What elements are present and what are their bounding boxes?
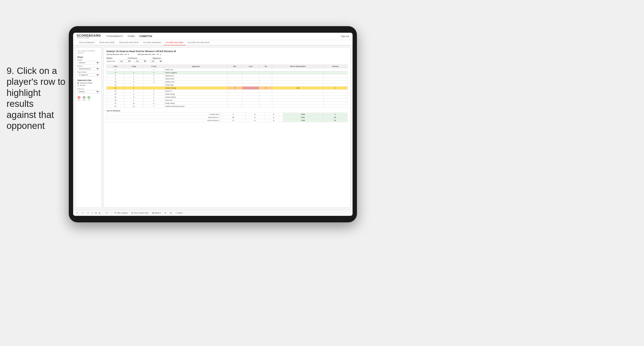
nav-bar: SCOREBOARD Powered by clippd TOURNAMENTS… [73, 33, 352, 40]
subnav-team-h2h-grid[interactable]: TEAM H2H GRID [97, 40, 117, 45]
table-row[interactable]: 914Sharon Mun [107, 77, 348, 80]
main-panel: Katelyn Vo Head-to-Head Grid for Women's… [104, 47, 350, 207]
toolbar-share[interactable]: ↗ Share [174, 211, 184, 214]
cell-8 [323, 77, 347, 80]
cell-0: 9 [107, 77, 124, 80]
subnav-team-summary[interactable]: TEAM SUMMARY [77, 40, 97, 45]
cell-0: 14 [107, 90, 124, 93]
subnav-player-summary[interactable]: PLAYER SUMMARY [141, 40, 164, 45]
sidebar-gender-label: Gender [77, 59, 100, 61]
cell-8 [323, 83, 347, 87]
radio-dot-top100 [77, 85, 79, 86]
toolbar-copy: ⊡ [95, 212, 97, 214]
table-row[interactable]: 1585Stella Chang [107, 93, 348, 96]
table-row[interactable]: 19106Emily Chang [107, 102, 348, 105]
region-filter[interactable]: (All) [118, 59, 131, 63]
toolbar-undo[interactable]: ↩ [75, 211, 79, 214]
toolbar-divider1 [102, 211, 103, 214]
out-cell-2: 0 [264, 113, 283, 116]
cell-7 [272, 83, 324, 87]
sidebar-division-label: Division [77, 65, 100, 67]
cell-5 [242, 68, 259, 71]
cell-5 [242, 83, 259, 87]
cell-5 [242, 80, 259, 83]
filters-row: Opponents: (All) (All) (All) [106, 59, 348, 63]
radio-top100[interactable]: Top 100 [77, 85, 100, 86]
cell-0: 13 [107, 83, 124, 87]
table-row[interactable]: 613Sydney Kuo [107, 74, 348, 77]
records-row: Overall Record: 353 - 34 - 6 Division Re… [106, 53, 348, 55]
nav-right: | Sign out [339, 35, 349, 37]
conference-filter[interactable]: (All) [134, 59, 147, 63]
table-row[interactable]: 522Alexis Sudjianto [107, 71, 348, 74]
filters-sections-row: Region Conference Opponent [106, 57, 348, 59]
table-row[interactable]: 1691Jessica Mason [107, 96, 348, 99]
table-row[interactable]: 131Jessica Huang010-3.002 [107, 87, 348, 90]
save-icon: ⊞ [132, 212, 133, 214]
table-row[interactable]: 131Heejo Hyun [107, 83, 348, 87]
cell-0: 20 [107, 105, 124, 108]
opponent-filter[interactable]: (All) [150, 59, 163, 63]
nav-committee[interactable]: COMMITTEE [139, 34, 152, 38]
cell-4 [227, 68, 242, 71]
toolbar-refresh[interactable]: ↻ [105, 211, 109, 214]
cell-0: 16 [107, 96, 124, 99]
cell-6 [259, 83, 272, 87]
toolbar-watch[interactable]: ◉ Watch ▾ [151, 211, 162, 214]
table-row[interactable]: 31Esther Lee [107, 68, 348, 71]
cell-6 [259, 68, 272, 71]
cell-2: 4 [143, 77, 164, 80]
out-cell-0: 5 [221, 119, 245, 122]
cell-0: 10 [107, 80, 124, 83]
cell-1: 1 [124, 74, 144, 77]
cell-5: 1 [242, 87, 259, 90]
subnav-team-h2h-heatmap[interactable]: TEAM H2H HEATMAP [117, 40, 141, 45]
nav-teams[interactable]: TEAMS [127, 34, 135, 38]
subnav-player-h2h-grid[interactable]: PLAYER H2H GRID [164, 40, 186, 45]
cell-6 [259, 80, 272, 83]
logo-sub: Powered by clippd [77, 37, 101, 39]
cell-3: Alexis Sudjianto [164, 71, 228, 74]
cell-6 [259, 93, 272, 96]
sidebar: Last Updated: 27/03/2024 16:55:28 Player… [75, 47, 102, 207]
toolbar-save-custom[interactable]: ⊞ Save Custom View [130, 211, 149, 214]
toolbar-layout[interactable]: ⊟ [164, 211, 167, 214]
cell-6 [259, 90, 272, 93]
sidebar-colour-select[interactable]: Win/loss [77, 90, 100, 93]
subnav-player-h2h-heatmap[interactable]: PLAYER H2H HEATMAP [186, 40, 212, 45]
out-cell-0: 15 [221, 116, 245, 119]
logo-text: SCOREBOARD [77, 34, 101, 37]
cell-2: 1 [143, 68, 164, 71]
region-section-label: Region [106, 57, 112, 59]
cell-7 [272, 80, 324, 83]
cell-1 [124, 68, 144, 71]
nav-tournaments[interactable]: TOURNAMENTS [106, 34, 123, 38]
table-row[interactable]: 1063Andrea York [107, 80, 348, 83]
table-row[interactable]: 1822Euna Lee [107, 99, 348, 102]
sidebar-gender-select[interactable]: Women's [77, 61, 100, 64]
sidebar-player-rank-label: Player (Rank) [77, 71, 100, 73]
table-row[interactable]: 20117Federica Domecq Lacroze [107, 105, 348, 108]
cell-2: 3 [143, 80, 164, 83]
color-level: Level [82, 96, 85, 101]
cell-1: 9 [124, 96, 144, 99]
color-dot-down [78, 96, 80, 99]
toolbar-redo[interactable]: ↪ [86, 211, 90, 214]
radio-opponents-played[interactable]: Opponents Played [77, 82, 100, 84]
out-cell-3: 4.500 [283, 113, 323, 116]
sidebar-division-select[interactable]: NCAA Division III [77, 67, 100, 70]
out-of-div-row: Foreign Team1004.5002 [107, 113, 348, 116]
toolbar-redo-back[interactable]: ↩ [81, 211, 84, 214]
cell-6 [259, 99, 272, 102]
table-row[interactable]: 1474Eunice Yi [107, 90, 348, 93]
out-cell-2: 0 [264, 119, 283, 122]
cell-1: 6 [124, 80, 144, 83]
toolbar-grid-view[interactable]: ⊞ [169, 211, 173, 214]
col-header-div: # Div [107, 65, 124, 68]
cell-1: 2 [124, 99, 144, 102]
toolbar-view-original[interactable]: 👁 View: Original [113, 211, 128, 214]
sign-out-link[interactable]: Sign out [341, 35, 349, 37]
cell-4: 0 [227, 87, 242, 90]
cell-8 [323, 99, 347, 102]
sidebar-player-select[interactable]: 8. Katelyn Vo [77, 73, 100, 77]
